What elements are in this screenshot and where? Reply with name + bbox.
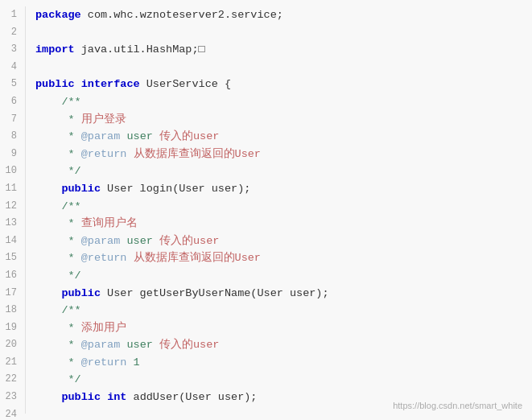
line-number: 16 bbox=[3, 267, 22, 285]
code-line bbox=[35, 24, 522, 42]
code-line: */ bbox=[35, 267, 522, 285]
line-number: 2 bbox=[3, 24, 22, 42]
line-number: 18 bbox=[3, 302, 22, 319]
code-line: /** bbox=[35, 302, 522, 319]
line-number: 13 bbox=[3, 215, 22, 233]
code-line: import java.util.HashMap;□ bbox=[35, 41, 522, 59]
code-line: * 查询用户名 bbox=[35, 215, 522, 233]
code-line: public User getUserByUserName(User user)… bbox=[35, 285, 522, 303]
code-line: * @return 从数据库查询返回的User bbox=[35, 249, 522, 267]
code-line: */ bbox=[35, 163, 522, 180]
code-content[interactable]: package com.whc.wznoteserver2.service; i… bbox=[26, 6, 532, 414]
code-line: * @return 1 bbox=[35, 354, 522, 372]
line-number: 9 bbox=[3, 146, 22, 163]
code-line: public interface UserService { bbox=[35, 76, 522, 93]
line-number: 12 bbox=[3, 198, 22, 216]
code-line: * 用户登录 bbox=[35, 111, 522, 129]
code-line: * 添加用户 bbox=[35, 319, 522, 337]
code-line: /** bbox=[35, 93, 522, 111]
code-editor: 1234567891011121314151617181920212223242… bbox=[0, 0, 532, 420]
line-number: 1 bbox=[3, 6, 22, 24]
code-line: package com.whc.wznoteserver2.service; bbox=[35, 6, 522, 24]
code-line bbox=[35, 59, 522, 76]
line-number: 17 bbox=[3, 285, 22, 303]
watermark: https://blog.csdn.net/smart_white bbox=[393, 399, 522, 414]
code-line: public User login(User user); bbox=[35, 180, 522, 198]
line-number: 5 bbox=[3, 76, 22, 93]
line-number: 6 bbox=[3, 93, 22, 111]
line-number: 19 bbox=[3, 319, 22, 337]
code-line: * @param user 传入的user bbox=[35, 233, 522, 250]
line-number: 24 bbox=[3, 406, 22, 420]
line-number: 22 bbox=[3, 371, 22, 389]
code-line: /** bbox=[35, 198, 522, 216]
code-line: */ bbox=[35, 371, 522, 389]
line-number: 4 bbox=[3, 59, 22, 76]
code-line: * @param user 传入的user bbox=[35, 336, 522, 354]
line-number: 10 bbox=[3, 163, 22, 180]
line-number: 8 bbox=[3, 128, 22, 146]
line-number: 23 bbox=[3, 389, 22, 406]
line-number: 14 bbox=[3, 233, 22, 250]
code-line: * @param user 传入的user bbox=[35, 128, 522, 146]
code-area: 1234567891011121314151617181920212223242… bbox=[0, 6, 532, 414]
line-number: 20 bbox=[3, 336, 22, 354]
line-number: 3 bbox=[3, 41, 22, 59]
line-numbers: 1234567891011121314151617181920212223242… bbox=[0, 6, 26, 414]
line-number: 21 bbox=[3, 354, 22, 372]
line-number: 15 bbox=[3, 249, 22, 267]
line-number: 11 bbox=[3, 180, 22, 198]
line-number: 7 bbox=[3, 111, 22, 129]
code-line: * @return 从数据库查询返回的User bbox=[35, 146, 522, 163]
